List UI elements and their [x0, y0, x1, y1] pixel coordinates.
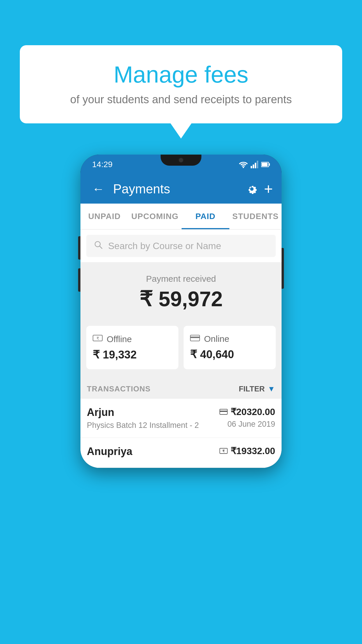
add-button[interactable]: + [264, 180, 273, 198]
battery-icon [261, 162, 270, 167]
offline-payment-card: ₹ Offline ₹ 19,332 [86, 326, 178, 369]
transaction-amount: ₹ ₹19332.00 [219, 445, 275, 456]
svg-rect-4 [257, 161, 258, 168]
payment-received-section: Payment received ₹ 59,972 [80, 262, 282, 320]
transaction-left-anupriya: Anupriya [87, 445, 219, 460]
filter-label: FILTER [239, 384, 265, 393]
svg-rect-15 [220, 411, 227, 412]
svg-text:₹: ₹ [96, 336, 99, 341]
online-card-label: Online [204, 334, 229, 344]
tab-students[interactable]: STUDENTS [229, 204, 282, 229]
filter-icon: ▼ [268, 384, 275, 393]
tab-paid[interactable]: PAID [182, 204, 230, 229]
table-row[interactable]: Anupriya ₹ ₹19332.00 [80, 438, 282, 468]
transaction-detail: Physics Batch 12 Installment - 2 [87, 421, 219, 430]
transaction-date: 06 June 2019 [219, 420, 275, 429]
transaction-amount: ₹20320.00 [219, 406, 275, 417]
search-bar[interactable]: Search by Course or Name [86, 235, 276, 257]
phone-device: 14:29 [80, 155, 282, 468]
svg-rect-6 [269, 163, 270, 166]
svg-rect-1 [251, 166, 252, 168]
wifi-icon [239, 161, 248, 168]
payment-total-amount: ₹ 59,972 [80, 287, 282, 311]
tab-upcoming[interactable]: UPCOMING [129, 204, 182, 229]
front-camera [178, 158, 184, 163]
filter-button[interactable]: FILTER ▼ [239, 384, 275, 393]
svg-line-9 [100, 246, 102, 249]
svg-rect-3 [255, 163, 256, 168]
tab-unpaid[interactable]: UNPAID [80, 204, 129, 229]
offline-card-amount: ₹ 19,332 [93, 348, 172, 361]
app-bar: ← Payments + [80, 174, 282, 204]
settings-icon[interactable] [245, 183, 258, 195]
status-bar: 14:29 [80, 155, 282, 174]
transaction-name: Arjun [87, 406, 219, 419]
transactions-label: TRANSACTIONS [87, 384, 151, 393]
power-button [282, 248, 284, 289]
offline-payment-icon: ₹ [93, 334, 103, 344]
offline-card-label: Offline [107, 334, 132, 344]
offline-card-header: ₹ Offline [93, 334, 172, 344]
speech-bubble: Manage fees of your students and send re… [20, 45, 342, 123]
bubble-subtitle: of your students and send receipts to pa… [40, 93, 322, 106]
offline-icon-small: ₹ [219, 448, 228, 454]
payment-cards: ₹ Offline ₹ 19,332 [80, 320, 282, 378]
svg-text:₹: ₹ [222, 449, 225, 453]
status-time: 14:29 [92, 160, 113, 169]
transaction-right-anupriya: ₹ ₹19332.00 [219, 445, 275, 459]
online-payment-card: Online ₹ 40,640 [184, 326, 276, 369]
transaction-name: Anupriya [87, 445, 219, 458]
transaction-right-arjun: ₹20320.00 06 June 2019 [219, 406, 275, 429]
bubble-title: Manage fees [40, 61, 322, 88]
online-card-header: Online [190, 334, 269, 344]
payment-received-label: Payment received [80, 274, 282, 284]
phone-screen: 14:29 [80, 155, 282, 468]
table-row[interactable]: Arjun Physics Batch 12 Installment - 2 [80, 399, 282, 438]
transaction-left-arjun: Arjun Physics Batch 12 Installment - 2 [87, 406, 219, 430]
phone-notch [161, 155, 201, 166]
online-icon-small [219, 409, 228, 415]
volume-up-button [78, 236, 80, 260]
app-bar-title: Payments [113, 182, 240, 196]
svg-rect-2 [253, 164, 254, 168]
search-placeholder: Search by Course or Name [108, 241, 221, 251]
transactions-header: TRANSACTIONS FILTER ▼ [80, 378, 282, 399]
svg-rect-7 [262, 163, 268, 166]
back-button[interactable]: ← [89, 179, 107, 199]
signal-icon [251, 161, 258, 168]
app-content: Search by Course or Name Payment receive… [80, 230, 282, 468]
speech-bubble-container: Manage fees of your students and send re… [20, 45, 342, 123]
transactions-list: Arjun Physics Batch 12 Installment - 2 [80, 399, 282, 468]
tabs-bar: UNPAID UPCOMING PAID STUDENTS [80, 204, 282, 230]
online-payment-icon [190, 334, 200, 344]
online-card-amount: ₹ 40,640 [190, 348, 269, 361]
svg-rect-13 [190, 337, 200, 338]
app-bar-actions: + [245, 180, 273, 198]
search-icon [94, 240, 103, 252]
search-bar-container: Search by Course or Name [80, 230, 282, 262]
svg-point-0 [243, 167, 244, 168]
phone-body: 14:29 [80, 155, 282, 468]
status-icons [239, 161, 270, 168]
volume-down-button [78, 268, 80, 292]
